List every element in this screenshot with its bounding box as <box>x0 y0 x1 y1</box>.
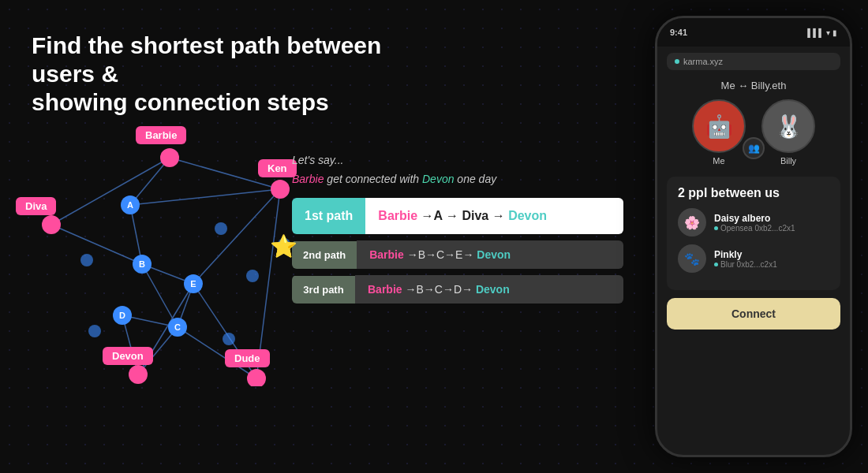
svg-line-7 <box>51 225 142 264</box>
svg-point-28 <box>246 270 259 282</box>
svg-point-27 <box>215 222 227 235</box>
svg-text:D: D <box>119 311 125 320</box>
svg-point-36 <box>129 365 148 384</box>
path-first-wrapper: ⭐ 1st path Barbie →A → Diva → Devon <box>292 198 623 234</box>
phone-status-bar: 9:41 ▌▌▌ ▾ ▮ <box>657 18 850 47</box>
phone-url-bar[interactable]: karma.xyz <box>667 53 840 70</box>
avatar-billy-label: Billy <box>780 156 796 166</box>
phone-icons: ▌▌▌ ▾ ▮ <box>807 28 837 37</box>
path-content-third: Barbie →B→C→D→ Devon <box>355 275 623 304</box>
svg-text:E: E <box>190 279 196 289</box>
phone-user-sub-2: Blur 0xb2...c2x1 <box>714 260 777 269</box>
path-label-third: 3rd path <box>292 276 355 304</box>
phone-avatars: 🤖 Me 👥 🐰 Billy <box>657 99 850 173</box>
path-content-first: Barbie →A → Diva → Devon <box>365 198 623 234</box>
phone-user-avatar-2: 🐾 <box>678 244 706 273</box>
path-row-second: 2nd path Barbie →B→C→E→ Devon <box>292 240 623 269</box>
path-row-first: 1st path Barbie →A → Diva → Devon <box>292 198 623 234</box>
platform-1: Opensea 0xb2...c2x1 <box>720 224 795 233</box>
svg-point-30 <box>80 254 93 266</box>
svg-point-31 <box>88 325 101 337</box>
svg-point-29 <box>223 333 235 345</box>
avatar-me-wrapper: 🤖 Me <box>692 99 746 166</box>
path-label-first: 1st path <box>292 198 365 234</box>
svg-point-35 <box>42 215 61 234</box>
phone-header: Me ↔ Billy.eth <box>657 76 850 99</box>
phone-user-name-1: Daisy albero <box>714 213 795 224</box>
svg-point-37 <box>247 369 266 386</box>
main-container: Find the shortest path between users & s… <box>0 0 868 473</box>
phone-mockup: 9:41 ▌▌▌ ▾ ▮ karma.xyz Me ↔ Billy.eth 🤖 … <box>655 16 852 457</box>
star-badge: ⭐ <box>270 233 297 259</box>
connect-button[interactable]: Connect <box>667 298 840 330</box>
avatar-me-label: Me <box>713 156 724 166</box>
phone-user-avatar-1: 🌸 <box>678 208 706 236</box>
connection-icon: 👥 <box>743 137 765 159</box>
left-content: Find the shortest path between users & s… <box>0 0 655 473</box>
paths-area: Let's say... Barbie get connected with D… <box>292 154 623 310</box>
platform-dot-1 <box>714 226 718 230</box>
svg-point-33 <box>160 148 179 167</box>
svg-point-34 <box>271 180 290 199</box>
barbie-label: Barbie <box>136 126 186 144</box>
path-content-second: Barbie →B→C→E→ Devon <box>357 240 623 269</box>
phone-url: karma.xyz <box>683 57 723 66</box>
phone-between-section: 2 ppl between us 🌸 Daisy albero Opensea … <box>667 177 840 290</box>
devon-label: Devon <box>103 347 153 365</box>
intro-description: Barbie get connected with Devon one day <box>292 173 623 185</box>
platform-dot-2 <box>714 263 718 266</box>
path-label-second: 2nd path <box>292 241 357 269</box>
phone-user-row-1: 🌸 Daisy albero Opensea 0xb2...c2x1 <box>678 208 829 236</box>
svg-line-2 <box>51 158 170 225</box>
phone-user-name-2: Pinkly <box>714 249 777 260</box>
secure-dot <box>675 59 679 64</box>
avatar-billy: 🐰 <box>761 99 815 153</box>
svg-text:A: A <box>127 200 133 210</box>
diva-label: Diva <box>16 197 56 215</box>
phone-time: 9:41 <box>670 28 687 37</box>
ken-label: Ken <box>258 159 297 177</box>
phone-between-title: 2 ppl between us <box>678 186 829 200</box>
svg-text:C: C <box>174 322 181 332</box>
dude-label: Dude <box>225 349 270 367</box>
lets-say: Let's say... <box>292 154 623 166</box>
svg-line-4 <box>130 189 280 205</box>
svg-text:B: B <box>139 259 145 269</box>
phone-user-row-2: 🐾 Pinkly Blur 0xb2...c2x1 <box>678 244 829 273</box>
path-row-third: 3rd path Barbie →B→C→D→ Devon <box>292 275 623 304</box>
svg-line-15 <box>193 189 280 284</box>
avatar-billy-wrapper: 🐰 Billy <box>761 99 815 166</box>
avatar-me: 🤖 <box>692 99 746 153</box>
phone-user-info-2: Pinkly Blur 0xb2...c2x1 <box>714 249 777 269</box>
phone-user-info-1: Daisy albero Opensea 0xb2...c2x1 <box>714 213 795 233</box>
platform-2: Blur 0xb2...c2x1 <box>720 260 777 269</box>
phone-user-sub-1: Opensea 0xb2...c2x1 <box>714 224 795 233</box>
